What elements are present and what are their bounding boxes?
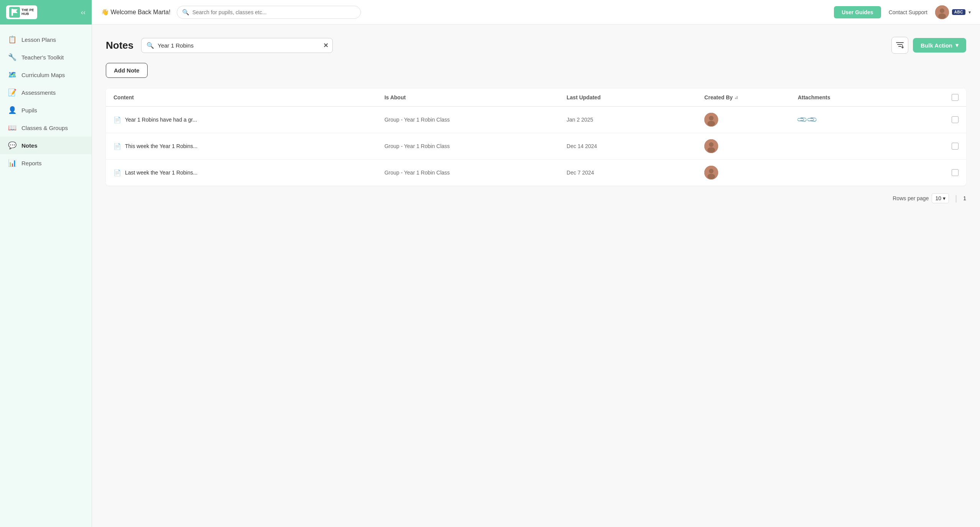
column-header-is-about: Is About — [385, 94, 562, 101]
avatar — [935, 5, 949, 19]
row-checkbox[interactable] — [952, 169, 959, 176]
column-header-content: Content — [113, 94, 380, 101]
sidebar-item-teachers-toolkit[interactable]: 🔧 Teacher's Toolkit — [0, 48, 92, 66]
is-about-cell: Group - Year 1 Robin Class — [385, 143, 562, 149]
svg-rect-4 — [896, 42, 904, 43]
rows-per-page-select[interactable]: 10 ▾ — [932, 193, 949, 203]
sidebar-item-lesson-plans[interactable]: 📋 Lesson Plans — [0, 31, 92, 48]
sidebar-item-label: Lesson Plans — [21, 36, 56, 43]
user-menu-chevron-icon: ▾ — [968, 10, 971, 15]
notes-table: Content Is About Last Updated Created By… — [106, 89, 966, 186]
page-divider: | — [955, 194, 957, 203]
header-actions: User Guides Contact Support ABC ▾ — [834, 5, 971, 19]
note-content-text: Last week the Year 1 Robins... — [125, 170, 197, 176]
header-search-icon: 🔍 — [182, 9, 189, 16]
sidebar-nav: 📋 Lesson Plans 🔧 Teacher's Toolkit 🗺️ Cu… — [0, 25, 92, 527]
rows-select-chevron-icon: ▾ — [943, 195, 945, 201]
sidebar-item-label: Teacher's Toolkit — [21, 54, 64, 61]
note-content-text: This week the Year 1 Robins... — [125, 143, 197, 149]
row-select-cell — [936, 169, 959, 176]
filter-sort-button[interactable] — [891, 37, 908, 54]
header: 👋 Welcome Back Marta! 🔍 User Guides Cont… — [92, 0, 980, 25]
row-select-cell — [936, 143, 959, 150]
bulk-action-button[interactable]: Bulk Action ▾ — [913, 38, 966, 53]
notes-header-actions: Bulk Action ▾ — [891, 37, 966, 54]
page-title: Notes — [106, 40, 133, 51]
header-search-bar: 🔍 — [177, 6, 361, 19]
last-updated-cell: Jan 2 2025 — [567, 117, 700, 123]
attachments-cell: 📎 📎 — [798, 115, 931, 124]
pupils-icon: 👤 — [8, 106, 17, 114]
content-cell: 📄 Year 1 Robins have had a gr... — [113, 116, 380, 124]
reports-icon: 📊 — [8, 159, 17, 167]
table-footer: Rows per page 10 ▾ | 1 — [106, 186, 966, 203]
last-updated-cell: Dec 7 2024 — [567, 170, 700, 176]
bulk-action-label: Bulk Action — [921, 42, 952, 49]
curriculum-maps-icon: 🗺️ — [8, 71, 17, 79]
row-checkbox[interactable] — [952, 143, 959, 150]
is-about-cell: Group - Year 1 Robin Class — [385, 117, 562, 123]
collapse-sidebar-button[interactable]: ‹‹ — [81, 8, 86, 16]
sidebar-item-assessments[interactable]: 📝 Assessments — [0, 84, 92, 101]
svg-point-3 — [938, 13, 946, 19]
sidebar-item-label: Notes — [21, 142, 38, 149]
current-page-number: 1 — [963, 195, 966, 201]
sidebar-item-label: Pupils — [21, 107, 37, 114]
contact-support-link[interactable]: Contact Support — [889, 9, 927, 15]
is-about-cell: Group - Year 1 Robin Class — [385, 170, 562, 176]
page-content: Notes 🔍 ✕ Bulk Action — [92, 25, 980, 527]
sidebar-item-classes-groups[interactable]: 📖 Classes & Groups — [0, 119, 92, 137]
content-cell: 📄 This week the Year 1 Robins... — [113, 143, 380, 150]
notes-search-filter: 🔍 ✕ — [141, 38, 333, 53]
row-checkbox[interactable] — [952, 116, 959, 123]
logo: THE PEHUB — [6, 5, 37, 19]
header-search-input[interactable] — [177, 6, 361, 19]
org-badge: ABC — [952, 9, 965, 15]
logo-flag-icon — [9, 7, 20, 18]
notes-search-input[interactable] — [141, 38, 333, 53]
column-header-created-by: Created By ⊿ — [704, 94, 793, 101]
svg-rect-6 — [898, 46, 901, 47]
sidebar-item-notes[interactable]: 💬 Notes — [0, 137, 92, 154]
sidebar-logo: THE PEHUB ‹‹ — [0, 0, 92, 25]
creator-avatar — [704, 166, 718, 180]
sidebar-item-reports[interactable]: 📊 Reports — [0, 154, 92, 172]
sidebar: THE PEHUB ‹‹ 📋 Lesson Plans 🔧 Teacher's … — [0, 0, 92, 527]
classes-groups-icon: 📖 — [8, 124, 17, 132]
add-note-button[interactable]: Add Note — [106, 63, 148, 78]
sidebar-item-label: Assessments — [21, 89, 56, 96]
sidebar-item-pupils[interactable]: 👤 Pupils — [0, 101, 92, 119]
rows-per-page: Rows per page 10 ▾ — [893, 193, 949, 203]
bulk-action-chevron-icon: ▾ — [955, 42, 959, 49]
svg-point-13 — [707, 147, 715, 153]
row-select-cell — [936, 116, 959, 123]
document-icon: 📄 — [113, 143, 121, 150]
select-all-cell — [936, 94, 959, 101]
sidebar-item-curriculum-maps[interactable]: 🗺️ Curriculum Maps — [0, 66, 92, 84]
note-content-text: Year 1 Robins have had a gr... — [125, 117, 197, 123]
created-by-filter-icon[interactable]: ⊿ — [734, 95, 738, 100]
creator-avatar — [704, 113, 718, 127]
select-all-checkbox[interactable] — [952, 94, 959, 101]
table-row[interactable]: 📄 Year 1 Robins have had a gr... Group -… — [106, 107, 966, 133]
notes-search-icon: 🔍 — [146, 42, 154, 49]
table-row[interactable]: 📄 Last week the Year 1 Robins... Group -… — [106, 160, 966, 186]
notes-icon: 💬 — [8, 141, 17, 150]
content-cell: 📄 Last week the Year 1 Robins... — [113, 169, 380, 176]
main-area: 👋 Welcome Back Marta! 🔍 User Guides Cont… — [92, 0, 980, 527]
svg-point-15 — [709, 169, 714, 173]
logo-text: THE PEHUB — [21, 8, 34, 16]
notes-search-clear-icon[interactable]: ✕ — [323, 42, 328, 49]
svg-point-10 — [707, 121, 715, 126]
table-row[interactable]: 📄 This week the Year 1 Robins... Group -… — [106, 133, 966, 160]
user-guides-button[interactable]: User Guides — [834, 6, 881, 18]
svg-rect-5 — [897, 44, 903, 45]
svg-point-12 — [709, 142, 714, 147]
notes-header: Notes 🔍 ✕ Bulk Action — [106, 37, 966, 54]
svg-point-16 — [707, 174, 715, 179]
user-menu[interactable]: ABC ▾ — [935, 5, 971, 19]
svg-point-2 — [940, 8, 944, 13]
assessments-icon: 📝 — [8, 88, 17, 97]
rows-per-page-label: Rows per page — [893, 195, 929, 201]
teachers-toolkit-icon: 🔧 — [8, 53, 17, 61]
